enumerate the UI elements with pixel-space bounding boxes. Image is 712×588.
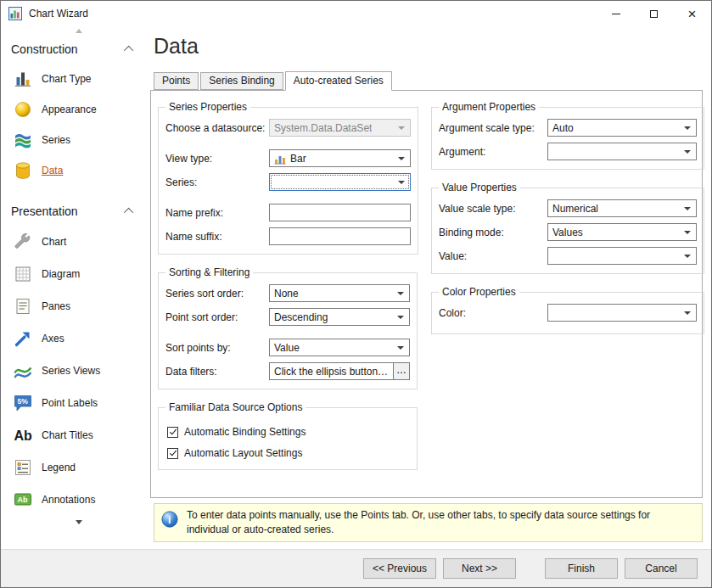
name-suffix-label: Name suffix: <box>165 231 269 243</box>
sidebar-item-annotations[interactable]: Ab Annotations <box>11 484 147 516</box>
sidebar-item-panes[interactable]: Panes <box>11 290 147 322</box>
group-title: Color Properties <box>439 286 519 298</box>
chevron-up-icon <box>124 208 133 217</box>
series-select[interactable] <box>269 173 411 191</box>
sidebar-item-chart[interactable]: Chart <box>11 226 147 258</box>
tab-points[interactable]: Points <box>154 72 199 90</box>
sidebar-item-diagram[interactable]: Diagram <box>11 258 147 290</box>
cancel-button[interactable]: Cancel <box>625 558 698 579</box>
series-sort-order-label: Series sort order: <box>165 288 269 300</box>
sidebar-item-chart-type[interactable]: Chart Type <box>11 64 147 94</box>
chart-titles-icon: Ab <box>13 425 33 445</box>
value-select[interactable] <box>547 247 697 265</box>
finish-button[interactable]: Finish <box>545 558 618 579</box>
checkbox-box-icon <box>167 427 178 438</box>
axes-icon <box>13 328 33 349</box>
color-label: Color: <box>439 307 547 319</box>
name-prefix-input[interactable] <box>269 204 411 221</box>
close-icon <box>688 7 697 21</box>
chevron-down-icon <box>684 255 691 258</box>
view-type-select[interactable]: Bar <box>269 149 411 167</box>
maximize-button[interactable] <box>635 1 673 26</box>
chevron-down-icon <box>397 346 404 350</box>
close-button[interactable] <box>673 1 711 26</box>
automatic-binding-settings-checkbox[interactable]: Automatic Binding Settings <box>167 426 410 438</box>
chevron-down-icon <box>397 292 404 295</box>
view-type-label: View type: <box>165 153 269 165</box>
series-properties-group: Series Properties Choose a datasource: S… <box>158 101 418 255</box>
argument-select[interactable] <box>547 143 697 160</box>
argument-properties-group: Argument Properties Argument scale type:… <box>431 101 704 170</box>
minimize-icon <box>612 14 620 14</box>
argument-scale-type-select[interactable]: Auto <box>547 119 697 137</box>
sidebar-item-appearance[interactable]: Appearance <box>11 94 147 125</box>
sidebar-item-legend[interactable]: Legend <box>11 451 147 484</box>
group-label: Construction <box>11 42 78 56</box>
app-icon <box>8 7 22 20</box>
sidebar-item-chart-titles[interactable]: Ab Chart Titles <box>11 419 147 451</box>
group-title: Sorting & Filtering <box>165 266 253 278</box>
tab-panel-auto-created-series: Series Properties Choose a datasource: S… <box>150 90 703 498</box>
binding-mode-select[interactable]: Values <box>547 223 697 241</box>
wrench-icon <box>13 232 33 252</box>
page-title: Data <box>154 34 703 59</box>
info-text: To enter data points manually, use the P… <box>187 508 693 537</box>
chevron-down-icon <box>398 181 405 184</box>
series-icon <box>13 130 33 150</box>
sidebar-item-series[interactable]: Series <box>11 125 147 155</box>
tab-series-binding[interactable]: Series Binding <box>200 72 283 90</box>
name-suffix-input[interactable] <box>269 227 411 245</box>
value-scale-type-select[interactable]: Numerical <box>547 199 697 217</box>
wizard-sidebar: Construction Chart Type Appearance Serie… <box>1 26 147 549</box>
data-filters-label: Data filters: <box>165 366 269 378</box>
maximize-icon <box>650 10 658 18</box>
datasource-select: System.Data.DataSet <box>269 119 411 137</box>
sidebar-item-axes[interactable]: Axes <box>11 322 147 355</box>
chevron-down-icon <box>684 231 691 234</box>
wizard-footer: << Previous Next >> Finish Cancel <box>1 549 711 587</box>
checkbox-box-icon <box>167 448 178 459</box>
group-title: Value Properties <box>439 182 520 193</box>
sorting-filtering-group: Sorting & Filtering Series sort order: N… <box>158 266 418 389</box>
chevron-down-icon <box>397 316 404 319</box>
sidebar-group-presentation[interactable]: Presentation <box>11 201 147 221</box>
data-filters-value: Click the ellipsis button… <box>274 366 388 378</box>
automatic-layout-settings-checkbox[interactable]: Automatic Layout Settings <box>167 447 410 459</box>
sidebar-item-point-labels[interactable]: 5% Point Labels <box>11 387 147 419</box>
point-sort-order-select[interactable]: Descending <box>269 308 410 326</box>
color-select[interactable] <box>547 304 697 322</box>
point-sort-order-label: Point sort order: <box>165 311 269 323</box>
sort-points-by-select[interactable]: Value <box>269 339 410 356</box>
sidebar-item-data[interactable]: Data <box>11 155 147 186</box>
group-title: Familiar Data Source Options <box>165 401 306 413</box>
point-labels-icon: 5% <box>13 393 33 413</box>
minimize-button[interactable] <box>597 1 635 26</box>
info-bar: i To enter data points manually, use the… <box>154 503 703 542</box>
sidebar-group-construction[interactable]: Construction <box>11 39 147 59</box>
color-properties-group: Color Properties Color: <box>431 286 704 334</box>
svg-text:Ab: Ab <box>18 496 28 504</box>
previous-button[interactable]: << Previous <box>363 558 436 579</box>
data-filters-ellipsis-button[interactable]: … <box>393 362 410 380</box>
window-title: Chart Wizard <box>29 8 88 20</box>
scroll-up-icon[interactable] <box>76 29 82 33</box>
data-icon <box>13 160 33 181</box>
value-scale-type-label: Value scale type: <box>439 203 547 215</box>
caption-buttons <box>597 1 711 26</box>
group-title: Series Properties <box>165 101 250 113</box>
chevron-up-icon <box>124 46 133 55</box>
next-button[interactable]: Next >> <box>443 558 516 579</box>
tab-auto-created-series[interactable]: Auto-created Series <box>285 71 392 91</box>
value-label: Value: <box>439 250 547 262</box>
name-prefix-label: Name prefix: <box>165 207 269 219</box>
scroll-down-icon[interactable] <box>76 520 82 524</box>
data-filters-field[interactable]: Click the ellipsis button… <box>269 362 394 380</box>
panes-icon <box>13 296 33 316</box>
sidebar-item-series-views[interactable]: Series Views <box>11 355 147 387</box>
series-sort-order-select[interactable]: None <box>269 284 410 302</box>
chevron-down-icon <box>398 126 405 130</box>
chevron-down-icon <box>398 157 405 160</box>
value-properties-group: Value Properties Value scale type: Numer… <box>431 182 704 274</box>
chart-wizard-window: Chart Wizard Construction Chart Type App… <box>0 0 712 588</box>
chevron-down-icon <box>684 207 691 210</box>
